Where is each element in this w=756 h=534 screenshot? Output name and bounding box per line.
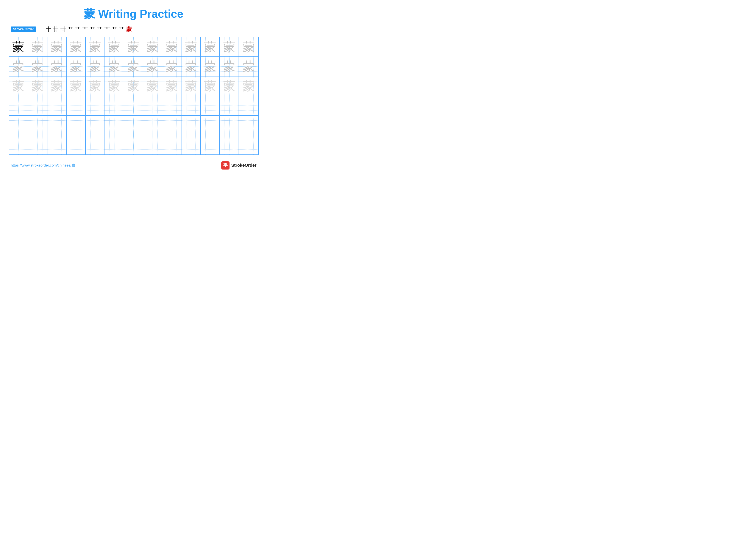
practice-char: 蒙	[108, 41, 120, 53]
page-title: 蒙 Writing Practice	[9, 7, 258, 21]
grid-cell-r5-c4	[86, 135, 105, 154]
grid-cell-r0-c7: 蒙	[143, 37, 162, 57]
grid-cell-r5-c5	[105, 135, 124, 154]
grid-cell-r2-c0: 蒙	[9, 76, 28, 96]
grid-cell-r0-c9: 蒙	[181, 37, 201, 57]
grid-cell-r4-c0	[9, 116, 28, 135]
practice-char: 蒙	[127, 60, 139, 72]
grid-cell-r5-c6	[124, 135, 143, 154]
grid-cell-r5-c1	[28, 135, 47, 154]
stroke-char-10: 艹	[112, 25, 117, 33]
practice-char: 蒙	[204, 41, 216, 53]
grid-row-6	[9, 135, 258, 154]
grid-cell-r3-c1	[28, 96, 47, 115]
stroke-char-11: 艹	[119, 25, 124, 33]
grid-cell-r4-c4	[86, 116, 105, 135]
practice-char: 蒙	[51, 41, 63, 53]
practice-char: 蒙	[108, 60, 120, 72]
grid-cell-r4-c8	[162, 116, 181, 135]
practice-char: 蒙	[243, 41, 255, 53]
grid-cell-r3-c2	[47, 96, 67, 115]
practice-char: 蒙	[204, 60, 216, 72]
grid-row-1: 蒙蒙蒙蒙蒙蒙蒙蒙蒙蒙蒙蒙蒙	[9, 37, 258, 57]
stroke-char-1: 十	[46, 25, 51, 33]
grid-cell-r4-c3	[67, 116, 86, 135]
grid-cell-r0-c2: 蒙	[47, 37, 67, 57]
grid-cell-r2-c3: 蒙	[67, 76, 86, 96]
practice-char: 蒙	[223, 80, 235, 92]
grid-cell-r1-c4: 蒙	[86, 57, 105, 76]
grid-cell-r0-c0: 蒙	[9, 37, 28, 57]
stroke-chars: 一十廿廿艹艹艹艹艹艹艹艹蒙	[39, 25, 132, 33]
practice-char: 蒙	[166, 80, 178, 92]
practice-char: 蒙	[166, 41, 178, 53]
grid-cell-r5-c11	[220, 135, 239, 154]
grid-cell-r4-c10	[201, 116, 220, 135]
grid-cell-r2-c9: 蒙	[181, 76, 201, 96]
grid-cell-r4-c11	[220, 116, 239, 135]
grid-cell-r2-c2: 蒙	[47, 76, 67, 96]
practice-char: 蒙	[147, 41, 159, 53]
grid-cell-r1-c11: 蒙	[220, 57, 239, 76]
grid-cell-r1-c0: 蒙	[9, 57, 28, 76]
grid-cell-r4-c5	[105, 116, 124, 135]
practice-char: 蒙	[166, 60, 178, 72]
grid-cell-r5-c3	[67, 135, 86, 154]
practice-char: 蒙	[243, 60, 255, 72]
grid-cell-r2-c8: 蒙	[162, 76, 181, 96]
grid-cell-r3-c12	[239, 96, 258, 115]
grid-cell-r1-c3: 蒙	[67, 57, 86, 76]
stroke-char-12: 蒙	[126, 25, 132, 33]
logo-icon: 字	[221, 161, 230, 169]
grid-cell-r2-c1: 蒙	[28, 76, 47, 96]
grid-cell-r4-c9	[181, 116, 201, 135]
grid-cell-r1-c12: 蒙	[239, 57, 258, 76]
grid-row-4	[9, 96, 258, 116]
grid-row-3: 蒙蒙蒙蒙蒙蒙蒙蒙蒙蒙蒙蒙蒙	[9, 76, 258, 96]
logo-text: StrokeOrder	[231, 163, 256, 168]
grid-cell-r0-c4: 蒙	[86, 37, 105, 57]
practice-char: 蒙	[243, 80, 255, 92]
footer-logo: 字 StrokeOrder	[221, 161, 256, 169]
practice-grid: 蒙蒙蒙蒙蒙蒙蒙蒙蒙蒙蒙蒙蒙 蒙蒙蒙蒙蒙蒙蒙蒙蒙蒙蒙蒙蒙 蒙蒙蒙蒙蒙蒙蒙蒙蒙蒙蒙蒙…	[9, 37, 258, 155]
practice-char: 蒙	[204, 80, 216, 92]
stroke-char-7: 艹	[90, 25, 95, 33]
practice-char: 蒙	[89, 41, 101, 53]
footer: https://www.strokeorder.com/chinese/蒙 字 …	[9, 161, 258, 169]
grid-cell-r5-c10	[201, 135, 220, 154]
grid-cell-r3-c3	[67, 96, 86, 115]
stroke-char-9: 艹	[104, 25, 110, 33]
grid-cell-r1-c8: 蒙	[162, 57, 181, 76]
grid-cell-r0-c11: 蒙	[220, 37, 239, 57]
grid-cell-r0-c5: 蒙	[105, 37, 124, 57]
grid-cell-r1-c2: 蒙	[47, 57, 67, 76]
footer-url[interactable]: https://www.strokeorder.com/chinese/蒙	[11, 163, 75, 168]
grid-cell-r0-c3: 蒙	[67, 37, 86, 57]
grid-cell-r2-c10: 蒙	[201, 76, 220, 96]
grid-cell-r3-c5	[105, 96, 124, 115]
grid-cell-r1-c7: 蒙	[143, 57, 162, 76]
grid-cell-r2-c4: 蒙	[86, 76, 105, 96]
stroke-order-badge: Stroke Order	[11, 27, 36, 32]
grid-cell-r4-c1	[28, 116, 47, 135]
practice-char: 蒙	[89, 60, 101, 72]
stroke-char-6: 艹	[82, 25, 88, 33]
practice-char: 蒙	[108, 80, 120, 92]
stroke-char-0: 一	[39, 25, 44, 33]
practice-char: 蒙	[185, 41, 197, 53]
grid-cell-r5-c8	[162, 135, 181, 154]
practice-char: 蒙	[147, 80, 159, 92]
practice-char: 蒙	[223, 60, 235, 72]
practice-char: 蒙	[223, 41, 235, 53]
practice-char: 蒙	[185, 80, 197, 92]
practice-char: 蒙	[12, 41, 24, 53]
practice-char: 蒙	[70, 80, 82, 92]
stroke-order-row: Stroke Order 一十廿廿艹艹艹艹艹艹艹艹蒙	[9, 25, 258, 33]
grid-cell-r0-c8: 蒙	[162, 37, 181, 57]
grid-cell-r1-c1: 蒙	[28, 57, 47, 76]
grid-cell-r5-c9	[181, 135, 201, 154]
grid-cell-r5-c0	[9, 135, 28, 154]
grid-cell-r4-c2	[47, 116, 67, 135]
stroke-char-8: 艹	[97, 25, 103, 33]
stroke-char-4: 艹	[68, 25, 73, 33]
